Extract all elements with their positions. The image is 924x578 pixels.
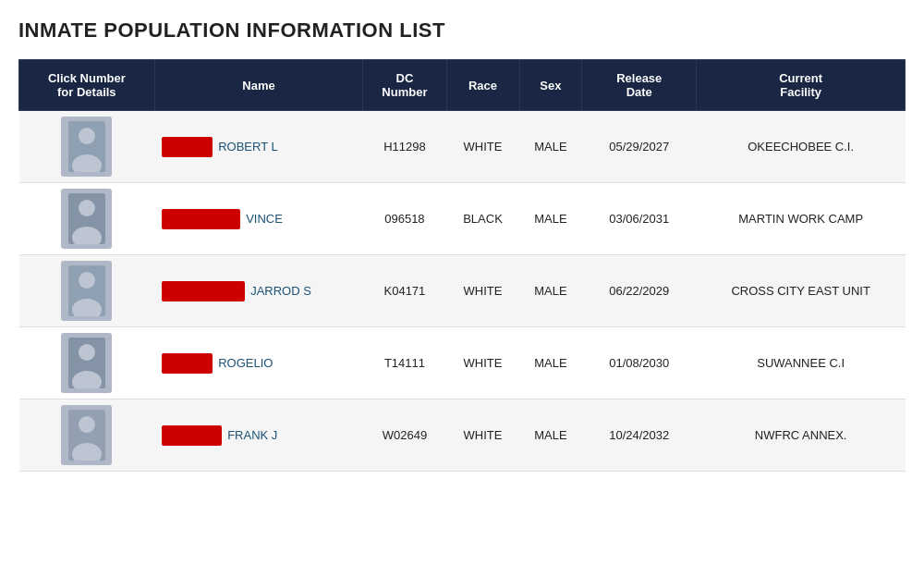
race-cell: WHITE	[446, 111, 519, 183]
sex-cell: MALE	[519, 327, 582, 400]
name-cell[interactable]: JARROD S	[154, 255, 363, 327]
sex-cell: MALE	[519, 400, 582, 472]
photo-cell	[19, 255, 155, 327]
header-release-date: ReleaseDate	[582, 60, 697, 111]
inmate-name[interactable]: ROGELIO	[218, 356, 273, 370]
dc-number-cell: 096518	[363, 183, 446, 255]
inmate-table: Click Numberfor Details Name DCNumber Ra…	[18, 59, 906, 472]
svg-point-1	[79, 128, 95, 144]
redacted-name-bar	[162, 209, 240, 229]
header-name: Name	[154, 60, 363, 111]
table-row[interactable]: VINCE096518BLACKMALE03/06/2031MARTIN WOR…	[19, 183, 906, 255]
header-dc-number: DCNumber	[363, 60, 446, 111]
header-sex: Sex	[519, 60, 582, 111]
table-row[interactable]: ROBERT LH11298WHITEMALE05/29/2027OKEECHO…	[19, 111, 906, 183]
sex-cell: MALE	[519, 183, 582, 255]
photo-cell	[19, 327, 155, 400]
name-cell[interactable]: VINCE	[154, 183, 363, 255]
inmate-photo	[61, 117, 112, 177]
svg-point-4	[79, 200, 95, 216]
inmate-photo	[61, 189, 112, 249]
inmate-photo	[61, 333, 112, 393]
page-title: INMATE POPULATION INFORMATION LIST	[18, 18, 906, 43]
photo-cell	[19, 111, 155, 183]
inmate-name[interactable]: FRANK J	[227, 428, 277, 442]
sex-cell: MALE	[519, 255, 582, 327]
redacted-name-bar	[162, 137, 213, 157]
header-race: Race	[446, 60, 519, 111]
header-click-number: Click Numberfor Details	[19, 60, 155, 111]
header-current-facility: CurrentFacility	[697, 60, 906, 111]
table-row[interactable]: FRANK JW02649WHITEMALE10/24/2032NWFRC AN…	[19, 400, 906, 472]
facility-cell: NWFRC ANNEX.	[697, 400, 906, 472]
table-header-row: Click Numberfor Details Name DCNumber Ra…	[19, 60, 906, 111]
release-date-cell: 05/29/2027	[582, 111, 697, 183]
inmate-photo	[61, 405, 112, 465]
sex-cell: MALE	[519, 111, 582, 183]
dc-number-cell: K04171	[363, 255, 446, 327]
race-cell: WHITE	[446, 400, 519, 472]
race-cell: BLACK	[446, 183, 519, 255]
name-cell[interactable]: ROGELIO	[154, 327, 363, 400]
svg-point-10	[79, 344, 95, 361]
dc-number-cell: T14111	[363, 327, 446, 400]
facility-cell: MARTIN WORK CAMP	[697, 183, 906, 255]
name-cell[interactable]: ROBERT L	[154, 111, 363, 183]
facility-cell: SUWANNEE C.I	[697, 327, 906, 400]
facility-cell: CROSS CITY EAST UNIT	[697, 255, 906, 327]
facility-cell: OKEECHOBEE C.I.	[697, 111, 906, 183]
race-cell: WHITE	[446, 255, 519, 327]
inmate-name[interactable]: JARROD S	[250, 284, 311, 298]
release-date-cell: 03/06/2031	[582, 183, 697, 255]
name-cell[interactable]: FRANK J	[154, 400, 363, 472]
redacted-name-bar	[162, 353, 213, 374]
redacted-name-bar	[162, 425, 222, 446]
redacted-name-bar	[162, 281, 245, 301]
inmate-name[interactable]: ROBERT L	[218, 140, 278, 154]
release-date-cell: 06/22/2029	[582, 255, 697, 327]
inmate-photo	[61, 261, 112, 321]
dc-number-cell: W02649	[363, 400, 446, 472]
photo-cell	[19, 183, 155, 255]
release-date-cell: 10/24/2032	[582, 400, 697, 472]
table-row[interactable]: ROGELIOT14111WHITEMALE01/08/2030SUWANNEE…	[19, 327, 906, 400]
dc-number-cell: H11298	[363, 111, 446, 183]
release-date-cell: 01/08/2030	[582, 327, 697, 400]
svg-point-7	[79, 272, 95, 289]
race-cell: WHITE	[446, 327, 519, 400]
photo-cell	[19, 400, 155, 472]
table-row[interactable]: JARROD SK04171WHITEMALE06/22/2029CROSS C…	[19, 255, 906, 327]
inmate-name[interactable]: VINCE	[246, 212, 283, 226]
svg-point-13	[79, 416, 95, 433]
